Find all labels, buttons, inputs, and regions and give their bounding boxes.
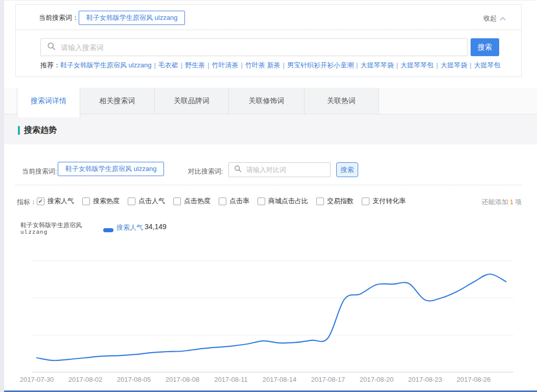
legend-series-value: 34,149 <box>145 223 167 231</box>
metric-option-label: 搜索热度 <box>93 197 120 206</box>
checkbox-icon[interactable] <box>82 198 90 205</box>
section-accent-bar <box>18 126 20 135</box>
recommend-separator: | <box>154 61 155 69</box>
remaining-metrics-note: 还能添加1项 <box>482 198 522 207</box>
compare-current-label: 当前搜索词: <box>22 167 57 176</box>
search-icon <box>234 165 242 175</box>
search-panel: 当前搜索词： 鞋子女韩版学生原宿风 ulzzang 收起 搜索 推荐：鞋子女韩版… <box>15 4 522 77</box>
checkbox-icon[interactable] <box>173 198 181 205</box>
recommend-separator: | <box>470 61 471 69</box>
trend-chart[interactable]: 2017-07-302017-08-022017-08-052017-08-08… <box>0 245 537 387</box>
search-input-box <box>40 38 468 56</box>
metric-option[interactable]: 点击率 <box>219 197 249 206</box>
legend-series-label[interactable]: 搜索人气 <box>116 223 143 232</box>
remain-prefix: 还能添加 <box>482 198 508 206</box>
checkbox-icon[interactable] <box>258 198 265 205</box>
tab-bar: 搜索词详情相关搜索词关联品牌词关联修饰词关联热词 <box>4 88 537 114</box>
recommend-separator: | <box>207 61 209 69</box>
recommend-link[interactable]: 鞋子女韩版学生原宿风 ulzzang <box>60 61 151 69</box>
x-tick-label: 2017-08-14 <box>263 376 297 383</box>
legend-series-marker[interactable] <box>103 228 113 232</box>
x-tick-label: 2017-08-02 <box>68 376 103 383</box>
top-hairline <box>0 0 537 1</box>
metric-option[interactable]: 商城点击占比 <box>258 197 308 206</box>
page-title: 搜索趋势 <box>24 125 57 136</box>
metric-option[interactable]: 点击热度 <box>173 197 211 206</box>
x-tick-label: 2017-08-20 <box>360 376 394 383</box>
tab-item[interactable]: 相关搜索词 <box>80 88 155 114</box>
x-tick-label: 2017-08-17 <box>311 376 345 383</box>
compare-term-label: 对比搜索词: <box>188 167 223 176</box>
metric-option-label: 搜索人气 <box>48 197 74 206</box>
remain-count: 1 <box>508 198 515 206</box>
x-tick-label: 2017-08-05 <box>117 376 151 383</box>
checkbox-icon[interactable] <box>316 198 324 205</box>
x-tick-label: 2017-08-11 <box>214 376 248 383</box>
remain-suffix: 项 <box>515 198 522 206</box>
search-button[interactable]: 搜索 <box>471 38 499 56</box>
tab-item[interactable]: 关联修饰词 <box>229 88 305 114</box>
checkbox-checked-icon[interactable]: ✓ <box>37 198 44 205</box>
chevron-up-icon <box>500 14 506 23</box>
recommend-link[interactable]: 竹叶清茶 <box>212 61 239 69</box>
metric-option[interactable]: 支付转化率 <box>362 197 406 206</box>
compare-input-box <box>228 162 331 177</box>
dotted-divider <box>15 185 522 185</box>
checkbox-icon[interactable] <box>219 198 226 205</box>
checkbox-icon[interactable] <box>362 198 369 205</box>
recommend-link[interactable]: 大提琴琴包 <box>401 61 434 69</box>
metric-option-label: 支付转化率 <box>372 197 406 206</box>
compare-search-button[interactable]: 搜索 <box>336 162 358 177</box>
compare-current-chip[interactable]: 鞋子女韩版学生原宿风 ulzzang <box>58 162 164 176</box>
recommend-separator: | <box>241 61 243 69</box>
recommend-link[interactable]: 大提琴琴袋 <box>360 61 393 69</box>
recommend-link[interactable]: 野生茶 <box>185 61 205 69</box>
x-tick-label: 2017-08-23 <box>408 376 442 383</box>
recommend-link[interactable]: 男宝针织衫开衫小童潮 <box>287 61 354 69</box>
x-tick-label: 2017-07-30 <box>20 376 54 383</box>
metric-option-label: 交易指数 <box>327 197 354 206</box>
metric-option[interactable]: ✓搜索人气 <box>37 197 74 206</box>
recommend-label: 推荐： <box>40 61 60 69</box>
tab-item[interactable]: 关联品牌词 <box>155 88 229 114</box>
recommend-link[interactable]: 毛衣裙 <box>158 61 178 69</box>
collapse-toggle[interactable]: 收起 <box>483 14 506 23</box>
recommend-separator: | <box>396 61 398 69</box>
metric-option[interactable]: 点击人气 <box>128 197 165 206</box>
x-tick-label: 2017-08-08 <box>166 376 200 383</box>
metric-option[interactable]: 搜索热度 <box>82 197 120 206</box>
metric-option-label: 点击人气 <box>138 197 165 206</box>
compare-input[interactable] <box>245 165 337 174</box>
metric-options: ✓搜索人气搜索热度点击人气点击热度点击率商城点击占比交易指数支付转化率 <box>37 197 406 206</box>
recommend-separator: | <box>181 61 182 69</box>
recommend-links: 鞋子女韩版学生原宿风 ulzzang|毛衣裙|野生茶|竹叶清茶|竹叶茶 新茶|男… <box>60 61 501 69</box>
metric-option-label: 点击热度 <box>184 197 211 206</box>
search-analytics-page: 当前搜索词： 鞋子女韩版学生原宿风 ulzzang 收起 搜索 推荐：鞋子女韩版… <box>0 0 537 392</box>
tab-list: 搜索词详情相关搜索词关联品牌词关联修饰词关联热词 <box>17 88 379 114</box>
legend-term-line2: ulzzang <box>20 229 48 235</box>
recommend-separator: | <box>356 61 358 69</box>
checkbox-icon[interactable] <box>128 198 135 205</box>
x-tick-label: 2017-08-26 <box>457 376 491 383</box>
tab-item[interactable]: 关联热词 <box>305 88 379 114</box>
metric-option-label: 点击率 <box>229 197 249 206</box>
metric-option[interactable]: 交易指数 <box>316 197 354 206</box>
current-term-row: 当前搜索词： 鞋子女韩版学生原宿风 ulzzang <box>39 11 185 25</box>
recommend-separator: | <box>436 61 438 69</box>
collapse-label: 收起 <box>483 14 497 23</box>
metrics-label: 指标： <box>17 198 37 207</box>
current-term-label: 当前搜索词： <box>39 11 79 25</box>
current-term-chip[interactable]: 鞋子女韩版学生原宿风 ulzzang <box>79 11 185 25</box>
recommend-link[interactable]: 大提琴包 <box>474 61 501 69</box>
recommend-link[interactable]: 竹叶茶 新茶 <box>245 61 281 69</box>
section-header: 搜索趋势 <box>4 114 537 144</box>
recommend-row: 推荐：鞋子女韩版学生原宿风 ulzzang|毛衣裙|野生茶|竹叶清茶|竹叶茶 新… <box>40 61 510 70</box>
recommend-link[interactable]: 大提琴袋 <box>440 61 467 69</box>
tab-item[interactable]: 搜索词详情 <box>17 88 80 117</box>
search-icon <box>47 42 56 53</box>
dotted-divider <box>16 30 521 30</box>
recommend-separator: | <box>283 61 285 69</box>
metric-option-label: 商城点击占比 <box>268 197 308 206</box>
trend-line <box>37 274 506 360</box>
search-input[interactable] <box>60 43 467 52</box>
